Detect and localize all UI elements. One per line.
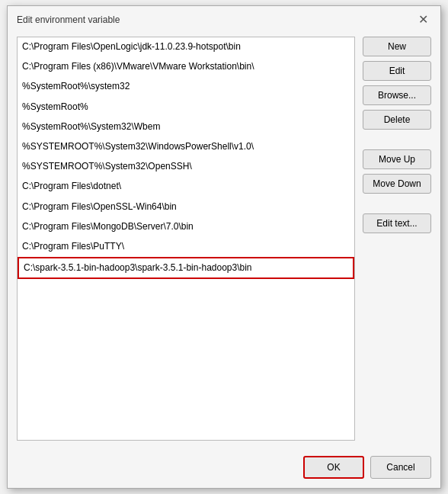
list-item[interactable]: %SystemRoot%\system32 [18,77,354,97]
content-area: C:\Program Files\OpenLogic\jdk-11.0.23.9… [8,30,440,450]
ok-button[interactable]: OK [303,456,364,479]
list-item[interactable]: C:\Program Files\dotnet\ [18,177,354,197]
delete-button[interactable]: Delete [363,110,431,130]
title-bar: Edit environment variable ✕ [8,6,440,30]
list-item[interactable]: %SYSTEMROOT%\System32\WindowsPowerShell\… [18,137,354,157]
list-item[interactable]: %SystemRoot% [18,98,354,117]
env-var-list[interactable]: C:\Program Files\OpenLogic\jdk-11.0.23.9… [17,37,355,441]
list-item[interactable]: %SystemRoot%\System32\Wbem [18,117,354,137]
move-down-button[interactable]: Move Down [363,174,431,194]
list-item[interactable]: C:\spark-3.5.1-bin-hadoop3\spark-3.5.1-b… [18,257,354,279]
edit-text-button[interactable]: Edit text... [363,213,431,233]
list-item[interactable]: C:\Program Files\MongoDB\Server\7.0\bin [18,217,354,237]
move-up-button[interactable]: Move Up [363,149,431,169]
edit-button[interactable]: Edit [363,61,431,81]
dialog-title: Edit environment variable [17,14,120,25]
new-button[interactable]: New [363,37,431,56]
list-item[interactable]: C:\Program Files\OpenLogic\jdk-11.0.23.9… [18,37,354,57]
footer: OK Cancel [8,450,440,488]
cancel-button[interactable]: Cancel [370,456,431,479]
list-item[interactable]: %SYSTEMROOT%\System32\OpenSSH\ [18,157,354,177]
action-buttons: New Edit Browse... Delete Move Up Move D… [363,37,431,441]
close-button[interactable]: ✕ [415,14,431,26]
browse-button[interactable]: Browse... [363,85,431,105]
list-item[interactable]: C:\Program Files (x86)\VMware\VMware Wor… [18,57,354,77]
list-item[interactable]: C:\Program Files\PuTTY\ [18,237,354,257]
list-item[interactable]: C:\Program Files\OpenSSL-Win64\bin [18,197,354,217]
dialog: Edit environment variable ✕ C:\Program F… [7,5,441,489]
